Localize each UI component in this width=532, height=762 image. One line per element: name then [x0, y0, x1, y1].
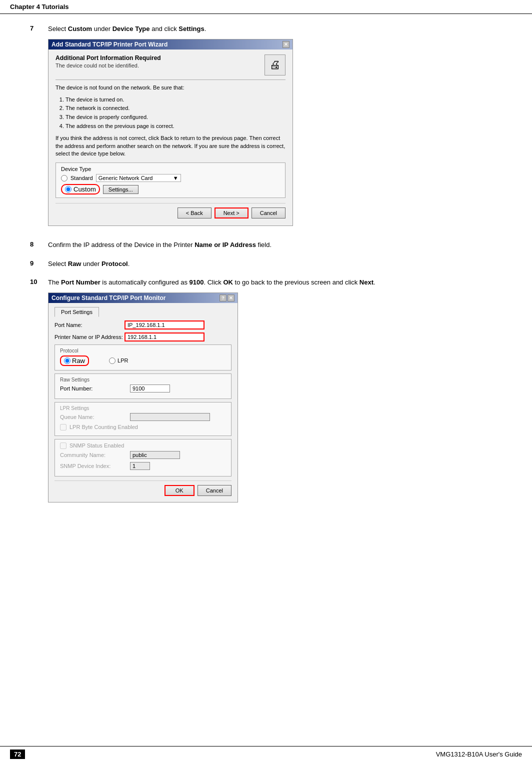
next-button[interactable]: Next >: [214, 208, 248, 218]
dialog1-title: Add Standard TCP/IP Printer Port Wizard: [52, 41, 168, 48]
printer-addr-row: Printer Name or IP Address:: [54, 332, 232, 342]
community-name-input[interactable]: [130, 451, 180, 459]
raw-label: Raw: [72, 357, 85, 364]
protocol-section: Protocol Raw LPR: [54, 344, 232, 370]
list-item: The address on the previous page is corr…: [66, 122, 286, 131]
step-8-number: 8: [30, 240, 48, 248]
custom-highlighted-circle: Custom: [61, 184, 100, 194]
port-number-row: Port Number:: [60, 384, 226, 392]
port-name-input[interactable]: [124, 320, 204, 330]
snmp-device-input[interactable]: [130, 462, 150, 470]
dialog2-screenshot: Configure Standard TCP/IP Port Monitor ?…: [48, 292, 238, 502]
custom-radio[interactable]: [65, 186, 72, 192]
list-item: The network is connected.: [66, 104, 286, 113]
dialog1-close-btn[interactable]: ✕: [282, 41, 290, 48]
cancel-button[interactable]: Cancel: [252, 208, 286, 218]
list-item: The device is properly configured.: [66, 113, 286, 122]
dialog1-header-section: Additional Port Information Required The…: [56, 54, 286, 76]
lpr-radio[interactable]: [109, 358, 116, 364]
dialog1-list: The device is turned on. The network is …: [66, 96, 286, 130]
port-name-label: Port Name:: [54, 322, 124, 328]
dialog1-screenshot: Add Standard TCP/IP Printer Port Wizard …: [48, 39, 293, 226]
dialog1-body: Additional Port Information Required The…: [48, 50, 292, 226]
queue-name-label: Queue Name:: [60, 414, 130, 420]
queue-name-input[interactable]: [130, 413, 210, 421]
page-content: 7 Select Custom under Device Type and cl…: [0, 14, 532, 536]
raw-settings-label: Raw Settings: [60, 377, 226, 382]
snmp-status-label: SNMP Status Enabled: [70, 442, 124, 448]
lpr-radio-row: LPR: [109, 358, 128, 364]
back-button[interactable]: < Back: [178, 208, 212, 218]
dialog1-info-text: The device is not found on the network. …: [56, 84, 286, 92]
step-7-text: Select Custom under Device Type and clic…: [48, 24, 293, 34]
queue-name-row: Queue Name:: [60, 413, 226, 421]
page-footer: 72 VMG1312-B10A User's Guide: [0, 746, 532, 762]
ok-button[interactable]: OK: [164, 485, 194, 496]
port-name-row: Port Name:: [54, 320, 232, 330]
custom-radio-row: Custom Settings...: [61, 184, 280, 194]
printer-addr-label: Printer Name or IP Address:: [54, 334, 124, 340]
dialog1-header-bold: Additional Port Information Required: [56, 54, 161, 62]
step-10-text: The Port Number is automatically configu…: [48, 278, 376, 288]
port-settings-tab[interactable]: Port Settings: [54, 307, 99, 317]
page-header: Chapter 4 Tutorials: [0, 0, 532, 14]
step-9-number: 9: [30, 259, 48, 267]
step-10-row: 10 The Port Number is automatically conf…: [30, 278, 502, 508]
step-9-row: 9 Select Raw under Protocol.: [30, 259, 502, 269]
printer-icon: 🖨: [264, 54, 286, 76]
protocol-label: Protocol: [60, 348, 226, 354]
dialog1-footer: < Back Next > Cancel: [56, 203, 286, 218]
chapter-title: Chapter 4 Tutorials: [10, 3, 69, 10]
lpr-byte-counting-row: LPR Byte Counting Enabled: [60, 424, 226, 430]
snmp-section: SNMP Status Enabled Community Name: SNMP…: [54, 439, 232, 476]
standard-label: Standard: [70, 175, 93, 181]
printer-addr-input[interactable]: [124, 332, 204, 342]
dialog1-separator: [56, 80, 286, 80]
step-8-text: Confirm the IP address of the Device in …: [48, 240, 272, 250]
lpr-byte-counting-label: LPR Byte Counting Enabled: [70, 424, 138, 430]
port-number-input[interactable]: [130, 384, 170, 392]
dialog1-warning-text: If you think the address is not correct,…: [56, 134, 286, 158]
step-9-text: Select Raw under Protocol.: [48, 259, 130, 269]
lpr-settings-label: LPR Settings: [60, 406, 226, 411]
dialog1-titlebar: Add Standard TCP/IP Printer Port Wizard …: [48, 40, 292, 50]
protocol-row: Raw LPR: [60, 356, 226, 366]
lpr-byte-counting-checkbox[interactable]: [60, 424, 66, 430]
guide-name: VMG1312-B10A User's Guide: [436, 750, 522, 758]
port-number-label: Port Number:: [60, 386, 130, 392]
dialog1-titlebar-buttons: ✕: [282, 41, 290, 48]
settings-button[interactable]: Settings...: [103, 185, 138, 194]
step-7-number: 7: [30, 24, 48, 32]
dialog2-footer: OK Cancel: [54, 480, 232, 496]
dialog1-header-sub: The device could not be identified.: [56, 62, 161, 68]
dialog2-body: Port Settings Port Name: Printer Name or…: [48, 303, 238, 502]
device-type-dropdown[interactable]: Generic Network Card ▼: [96, 174, 181, 182]
dialog2-help-btn[interactable]: ?: [220, 294, 226, 302]
community-name-row: Community Name:: [60, 451, 226, 459]
standard-radio-row: Standard Generic Network Card ▼: [61, 174, 280, 182]
custom-label: Custom: [74, 186, 96, 193]
lpr-label: LPR: [118, 358, 128, 364]
raw-radio[interactable]: [64, 358, 70, 364]
step-10-number: 10: [30, 278, 48, 286]
dialog2-close-btn[interactable]: ✕: [228, 294, 234, 302]
snmp-device-label: SNMP Device Index:: [60, 463, 130, 469]
device-type-label: Device Type: [61, 166, 280, 172]
snmp-device-row: SNMP Device Index:: [60, 462, 226, 470]
step-7-row: 7 Select Custom under Device Type and cl…: [30, 24, 502, 231]
raw-settings-section: Raw Settings Port Number:: [54, 374, 232, 399]
standard-radio[interactable]: [61, 175, 68, 182]
dialog2-title: Configure Standard TCP/IP Port Monitor: [52, 294, 166, 302]
snmp-status-checkbox[interactable]: [60, 442, 66, 449]
list-item: The device is turned on.: [66, 96, 286, 104]
dialog2-cancel-button[interactable]: Cancel: [198, 485, 232, 496]
lpr-settings-section: LPR Settings Queue Name: LPR Byte Counti…: [54, 402, 232, 436]
page-number: 72: [10, 750, 25, 759]
community-name-label: Community Name:: [60, 452, 130, 458]
dialog2-titlebar-buttons: ? ✕: [220, 294, 234, 302]
dialog2-titlebar: Configure Standard TCP/IP Port Monitor ?…: [48, 293, 238, 303]
raw-highlighted-circle: Raw: [60, 356, 89, 366]
device-type-box: Device Type Standard Generic Network Car…: [56, 162, 286, 198]
step-8-row: 8 Confirm the IP address of the Device i…: [30, 240, 502, 250]
snmp-status-row: SNMP Status Enabled: [60, 442, 226, 449]
